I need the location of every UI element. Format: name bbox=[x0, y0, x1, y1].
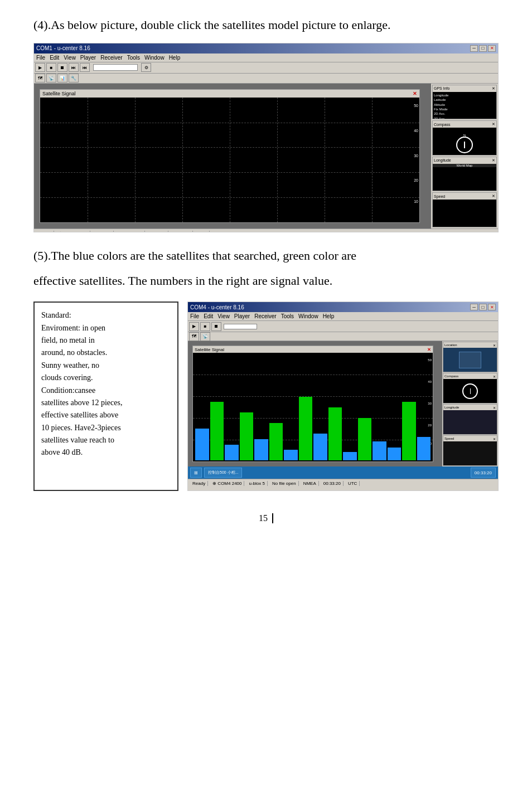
taskbar-start[interactable]: ⊞ bbox=[190, 468, 202, 478]
toolbar2-btn-4[interactable]: 🗺 bbox=[189, 332, 199, 341]
grid-v-7 bbox=[372, 98, 373, 222]
gps-fix: Fix Mode bbox=[434, 107, 495, 111]
gps-latitude: Latitude bbox=[434, 98, 495, 102]
widget2-titlebar-speed: Speed ✕ bbox=[443, 436, 497, 441]
menu-receiver[interactable]: Receiver bbox=[100, 55, 122, 61]
widget-close-map2[interactable]: ✕ bbox=[492, 194, 495, 198]
toolbar-btn-2[interactable]: ■ bbox=[46, 63, 56, 72]
status-file: No file open bbox=[116, 231, 145, 232]
page-number-line: 15 bbox=[259, 513, 273, 523]
widget-title-gps: GPS Info bbox=[434, 86, 449, 90]
page-num-bar bbox=[272, 513, 273, 523]
gps-3dacc: 3D Acc. bbox=[434, 116, 495, 120]
standard-line-8: effective satellites above bbox=[41, 409, 171, 421]
toolbar-btn-9[interactable]: 📊 bbox=[57, 74, 67, 82]
status2-time: 00:33:20 bbox=[321, 481, 344, 486]
satellite-signal-box-1: Satellite Signal ✕ bbox=[40, 89, 420, 223]
bar-6 bbox=[269, 423, 283, 460]
bar-3 bbox=[225, 445, 239, 461]
signal-close-btn-2[interactable]: ✕ bbox=[427, 347, 431, 352]
progress-bar bbox=[93, 64, 138, 71]
menu-edit[interactable]: Edit bbox=[50, 55, 59, 61]
close-btn-1[interactable]: ✕ bbox=[488, 45, 496, 52]
menu2-receiver[interactable]: Receiver bbox=[254, 313, 276, 319]
status-utc: UTC bbox=[195, 231, 209, 232]
toolbar-1: ▶ ■ ⏹ ⏭ ⏮ ⚙ bbox=[34, 62, 498, 74]
minimize-btn-2[interactable]: ─ bbox=[470, 304, 478, 310]
bar-11 bbox=[343, 452, 357, 460]
widget-close-compass[interactable]: ✕ bbox=[492, 122, 495, 127]
bar-10 bbox=[328, 407, 342, 461]
widget-title-map2: Speed bbox=[434, 195, 445, 198]
menu2-window[interactable]: Window bbox=[298, 313, 318, 319]
toolbar-btn-5[interactable]: ⏮ bbox=[80, 63, 90, 72]
menu-window[interactable]: Window bbox=[144, 55, 165, 61]
page-content: (4).As below picture, double click the s… bbox=[33, 17, 499, 534]
signal-title-text-1: Satellite Signal bbox=[42, 91, 76, 96]
signal-close-btn-1[interactable]: ✕ bbox=[413, 91, 417, 96]
grid-v-2 bbox=[135, 98, 136, 222]
widget2-close-map1[interactable]: ✕ bbox=[493, 343, 496, 347]
status2-protocol: NMEA bbox=[301, 481, 319, 486]
signal-titlebar-1: Satellite Signal ✕ bbox=[40, 90, 419, 98]
maximize-btn-1[interactable]: □ bbox=[479, 45, 487, 52]
toolbar2-btn-1[interactable]: ▶ bbox=[189, 322, 199, 331]
menu2-tools[interactable]: Tools bbox=[281, 313, 294, 319]
bar-15 bbox=[402, 402, 416, 460]
signal-label-40: 40 bbox=[414, 129, 418, 133]
maximize-btn-2[interactable]: □ bbox=[479, 304, 487, 310]
menu-tools[interactable]: Tools bbox=[127, 55, 140, 61]
menu2-help[interactable]: Help bbox=[323, 313, 335, 319]
widget-close-map1[interactable]: ✕ bbox=[492, 158, 495, 163]
minimize-btn-1[interactable]: ─ bbox=[470, 45, 478, 52]
menu-view[interactable]: View bbox=[64, 55, 76, 61]
widget2-title-compass: Compass bbox=[444, 375, 458, 378]
bar-2 bbox=[210, 402, 224, 460]
standard-line-10: satellites value reach to bbox=[41, 434, 171, 446]
menu-file[interactable]: File bbox=[36, 55, 45, 61]
right-panel-2: Location ✕ Compass ✕ bbox=[442, 341, 498, 466]
bar-13 bbox=[373, 441, 386, 460]
toolbar-btn-3[interactable]: ⏹ bbox=[57, 63, 67, 72]
widget2-close-speed[interactable]: ✕ bbox=[493, 437, 496, 441]
toolbar-btn-10[interactable]: 🔧 bbox=[69, 74, 79, 82]
menu2-view[interactable]: View bbox=[217, 313, 230, 319]
close-btn-2[interactable]: ✕ bbox=[488, 304, 496, 310]
w2-compass-circle bbox=[462, 383, 478, 399]
main-area-1: Satellite Signal ✕ bbox=[34, 84, 498, 228]
menu-bar-2: File Edit View Player Receiver Tools Win… bbox=[188, 312, 498, 321]
widget2-titlebar-map2: Longitude ✕ bbox=[443, 405, 497, 410]
menu2-player[interactable]: Player bbox=[234, 313, 250, 319]
widget2-close-compass[interactable]: ✕ bbox=[493, 375, 496, 378]
bar-1 bbox=[195, 429, 209, 460]
widget-close-gps[interactable]: ✕ bbox=[492, 86, 495, 91]
widget2-speed: Speed ✕ bbox=[443, 435, 497, 466]
compass-needle bbox=[464, 142, 465, 148]
widget2-close-map2[interactable]: ✕ bbox=[493, 406, 496, 410]
toolbar-btn-8[interactable]: 📡 bbox=[46, 74, 56, 82]
menu2-edit[interactable]: Edit bbox=[204, 313, 213, 319]
menu-bar-1: File Edit View Player Receiver Tools Win… bbox=[34, 54, 498, 62]
menu2-file[interactable]: File bbox=[190, 313, 199, 319]
toolbar2-btn-3[interactable]: ⏹ bbox=[211, 322, 221, 331]
grid-v-4 bbox=[230, 98, 230, 222]
widget2-title-speed: Speed bbox=[444, 437, 454, 440]
taskbar-app[interactable]: 控制台500 小程... bbox=[204, 468, 242, 478]
bar-12 bbox=[358, 418, 372, 460]
toolbar2-btn-2[interactable]: ■ bbox=[200, 322, 210, 331]
left-panel-2: Satellite Signal ✕ 50 bbox=[188, 341, 442, 466]
status-bar-2: Ready ⊕ COM4 2400 u-blox 5 No file open … bbox=[188, 479, 498, 488]
toolbar-btn-6[interactable]: ⚙ bbox=[141, 63, 151, 72]
toolbar-btn-4[interactable]: ⏭ bbox=[69, 63, 79, 72]
widget2-titlebar-map1: Location ✕ bbox=[443, 342, 497, 348]
menu-player[interactable]: Player bbox=[80, 55, 96, 61]
toolbar-btn-7[interactable]: 🗺 bbox=[35, 74, 45, 82]
toolbar-btn-1[interactable]: ▶ bbox=[35, 63, 45, 72]
bar-chart bbox=[193, 353, 433, 461]
page-number-text: 15 bbox=[259, 513, 268, 523]
toolbar2-btn-5[interactable]: 📡 bbox=[200, 332, 210, 341]
bar-8 bbox=[299, 397, 313, 461]
signal-label-50: 50 bbox=[414, 104, 418, 108]
menu-help[interactable]: Help bbox=[169, 55, 181, 61]
signal-label-30: 30 bbox=[414, 154, 418, 158]
